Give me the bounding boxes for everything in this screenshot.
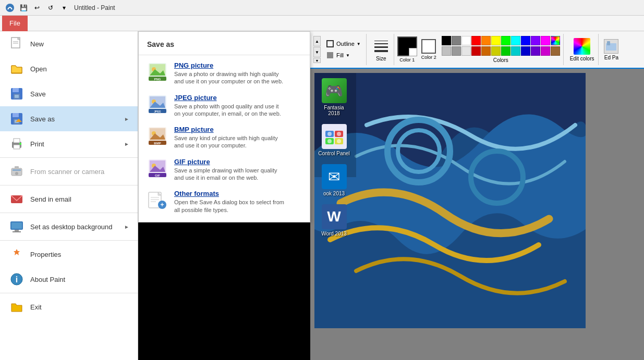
scroll-down-btn[interactable]: ▼	[313, 47, 321, 57]
color1-section: Color 1	[396, 34, 418, 65]
swatch-blue[interactable]	[521, 36, 530, 45]
edit-colors-btn[interactable]: Edit colors	[566, 34, 599, 65]
swatch-dgreen[interactable]	[501, 46, 511, 56]
open-icon	[8, 60, 25, 77]
svg-point-76	[337, 139, 341, 143]
svg-point-73	[327, 132, 332, 136]
customize-icon[interactable]: ▾	[58, 2, 70, 14]
svg-rect-6	[13, 88, 19, 92]
redo-icon[interactable]: ↺	[45, 2, 56, 14]
save-quickbar-icon[interactable]: 💾	[18, 2, 29, 14]
scroll-extra-btn[interactable]: ▼	[313, 58, 321, 63]
file-tab[interactable]: File	[2, 16, 28, 31]
paint-icon[interactable]	[4, 2, 16, 14]
swatch-lgray[interactable]	[461, 46, 471, 56]
outlook-icon[interactable]: ✉ ook 2013	[317, 164, 351, 196]
fill-label: Fill	[336, 52, 344, 58]
svg-rect-16	[14, 145, 20, 149]
menu-item-email[interactable]: Send in email	[0, 187, 138, 212]
scroll-up-btn[interactable]: ▲	[313, 36, 321, 46]
menu-item-scanner: From scanner or camera	[0, 159, 138, 184]
saveas-png[interactable]: PNG PNG picture Save a photo or drawing …	[139, 57, 310, 90]
separator-1	[0, 157, 138, 158]
svg-rect-10	[13, 113, 19, 117]
swatch-darkred[interactable]	[471, 46, 481, 56]
canvas-image[interactable]: 🎮 Fantasia2018	[314, 73, 586, 328]
swatch-green[interactable]	[501, 36, 511, 45]
color2-swatch[interactable]	[421, 39, 436, 54]
saveas-submenu: Save as PNG PNG picture Save a photo or …	[138, 31, 310, 222]
print-arrow: ►	[124, 141, 129, 147]
svg-rect-19	[13, 169, 21, 171]
swatch-teal[interactable]	[511, 46, 520, 56]
swatch-tan[interactable]	[551, 46, 560, 56]
other-formats-icon: +	[147, 190, 168, 210]
saveas-bmp[interactable]: BMP BMP picture Save any kind of picture…	[139, 121, 310, 154]
menu-item-open[interactable]: Open	[0, 56, 138, 81]
saveas-jpeg-text: JPEG picture Save a photo with good qual…	[174, 94, 281, 118]
saveas-other-title: Other formats	[174, 190, 284, 197]
swatch-purple[interactable]	[531, 36, 540, 45]
saveas-icon	[8, 110, 25, 127]
outline-fill-section: Outline ▼ Fill ▼	[324, 34, 367, 65]
swatch-dmagenta[interactable]	[541, 46, 550, 56]
menu-item-about[interactable]: i About Paint	[0, 267, 138, 292]
menu-item-exit[interactable]: Exit	[0, 294, 138, 319]
svg-text:+: +	[160, 201, 164, 208]
menu-item-saveas[interactable]: Save as ►	[0, 106, 138, 131]
swatch-rainbow[interactable]	[551, 36, 560, 45]
swatch-dblue[interactable]	[521, 46, 530, 56]
swatch-yellow[interactable]	[491, 36, 501, 45]
fantasia-icon-img: 🎮	[322, 78, 347, 103]
color2-section: Color 2	[420, 34, 438, 65]
word-icon-img: W	[322, 204, 347, 229]
swatch-silver[interactable]	[442, 46, 451, 56]
saveas-gif[interactable]: GIF GIF picture Save a simple drawing wi…	[139, 154, 310, 186]
menu-item-save[interactable]: Save	[0, 81, 138, 106]
swatches-row1	[442, 36, 560, 45]
saveas-other[interactable]: + Other formats Open the Save As dialog …	[139, 185, 310, 218]
scanner-icon	[8, 163, 25, 180]
word-icon[interactable]: W Word 2013	[317, 204, 351, 237]
swatch-red[interactable]	[471, 36, 481, 45]
size-icon[interactable]	[373, 38, 390, 55]
edit-pa-icon	[604, 39, 618, 54]
fantasia-icon[interactable]: 🎮 Fantasia2018	[317, 78, 351, 116]
svg-point-17	[19, 143, 21, 145]
fill-btn[interactable]: Fill ▼	[324, 50, 363, 60]
menu-item-print[interactable]: Print ►	[0, 131, 138, 156]
ribbon: File	[0, 16, 644, 31]
swatch-black[interactable]	[442, 36, 451, 45]
color-swatches-section: Colors	[442, 34, 564, 65]
undo-icon[interactable]: ↩	[31, 2, 43, 14]
title-bar: 💾 ↩ ↺ ▾ Untitled - Paint	[0, 0, 644, 16]
control-panel-icon-img	[322, 124, 347, 149]
swatch-dgray[interactable]	[452, 46, 461, 56]
about-icon: i	[8, 271, 25, 288]
svg-rect-60	[327, 41, 333, 47]
right-panel: ▲ ▼ ▼ Outline ▼ Fill ▼	[310, 31, 644, 360]
menu-item-desktop-bg-label: Set as desktop background	[30, 223, 124, 231]
edit-pa-btn[interactable]: Ed Pa	[601, 34, 622, 65]
swatch-white[interactable]	[461, 36, 471, 45]
fill-dropdown-arrow: ▼	[346, 53, 350, 58]
swatch-dyellow[interactable]	[491, 46, 501, 56]
gif-icon: GIF	[147, 158, 168, 179]
outline-btn[interactable]: Outline ▼	[324, 39, 363, 49]
saveas-jpeg[interactable]: JPEG JPEG picture Save a photo with good…	[139, 90, 310, 122]
main-container: New Open Save	[0, 31, 644, 360]
swatch-dpurple[interactable]	[531, 46, 540, 56]
color1-swatch[interactable]	[397, 36, 417, 56]
swatch-gray[interactable]	[452, 36, 461, 45]
swatch-cyan[interactable]	[511, 36, 520, 45]
menu-item-new[interactable]: New	[0, 31, 138, 56]
save-icon	[8, 85, 25, 102]
swatch-orange[interactable]	[481, 36, 491, 45]
control-panel-icon[interactable]: Control Panel	[317, 124, 351, 156]
swatch-magenta[interactable]	[541, 36, 550, 45]
swatch-brown[interactable]	[481, 46, 491, 56]
menu-item-desktop-bg[interactable]: Set as desktop background ►	[0, 214, 138, 239]
menu-item-properties[interactable]: Properties	[0, 242, 138, 267]
menu-item-saveas-label: Save as	[30, 115, 124, 123]
exit-icon	[8, 299, 25, 315]
